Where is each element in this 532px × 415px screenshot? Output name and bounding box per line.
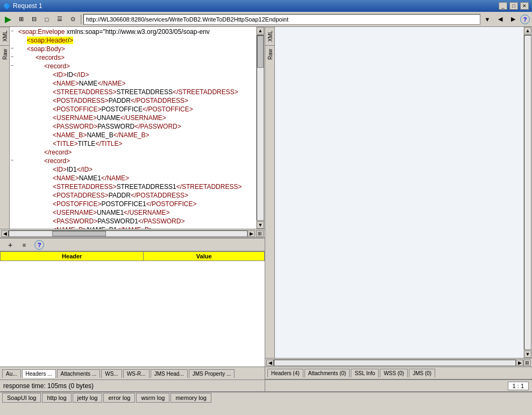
log-tab-http[interactable]: http log bbox=[42, 393, 71, 403]
right-h-track[interactable] bbox=[274, 360, 516, 366]
xml-editor-left[interactable]: −<soap:Envelope xmlns:soap="http://www.w… bbox=[10, 27, 256, 229]
right-xml-tab[interactable]: XML bbox=[265, 27, 274, 45]
left-xml-tab-strip: XML Raw bbox=[0, 27, 10, 229]
nav-forward-button[interactable]: ▶ bbox=[507, 13, 519, 25]
app-icon: 🔷 bbox=[3, 3, 11, 10]
right-horizontal-scrollbar[interactable]: ◀ ▶ ⊞ bbox=[265, 358, 532, 367]
scroll-end-button[interactable]: ⊞ bbox=[256, 230, 264, 237]
add-header-button[interactable]: + bbox=[4, 239, 16, 251]
remove-row-button[interactable]: ⊟ bbox=[28, 13, 40, 25]
xml-line: <NAME_B>NAME_B1</NAME_B> bbox=[11, 226, 255, 229]
xml-line: −<record> bbox=[11, 157, 255, 166]
tab-headers[interactable]: Headers ... bbox=[22, 369, 56, 378]
xml-text-content: <USERNAME>UNAME1</USERNAME> bbox=[53, 209, 169, 216]
xml-line: <PASSWORD>PASSWORD1</PASSWORD> bbox=[11, 217, 255, 226]
xml-line: −<record> bbox=[11, 62, 255, 71]
left-vertical-scrollbar[interactable]: ▲ ▼ bbox=[256, 27, 265, 229]
clone-button[interactable]: □ bbox=[41, 13, 53, 25]
xml-text-content: <STREETADDRESS>STREETADDRESS1</STREETADD… bbox=[53, 183, 242, 191]
right-scroll-left[interactable]: ◀ bbox=[266, 360, 274, 366]
tab-au[interactable]: Au... bbox=[2, 369, 21, 378]
bottom-panel: + ≡ ? Header Value bbox=[0, 237, 265, 367]
options-button[interactable]: ☰ bbox=[54, 13, 66, 25]
xml-text-content: <TITLE>TITLE</TITLE> bbox=[53, 140, 122, 147]
scroll-left-button[interactable]: ◀ bbox=[1, 230, 9, 237]
scroll-up-button[interactable]: ▲ bbox=[257, 27, 264, 34]
xml-line: <USERNAME>UNAME1</USERNAME> bbox=[11, 209, 255, 217]
xml-text-content: <NAME_B>NAME_B1</NAME_B> bbox=[53, 226, 153, 229]
xml-text-content: <NAME>NAME</NAME> bbox=[53, 80, 125, 87]
scroll-track[interactable] bbox=[257, 35, 264, 221]
url-dropdown[interactable]: ▼ bbox=[481, 13, 493, 25]
tab-attachments[interactable]: Attachments ... bbox=[57, 369, 101, 378]
log-tab-jetty[interactable]: jetty log bbox=[73, 393, 103, 403]
right-scroll-end[interactable]: ⊞ bbox=[523, 360, 531, 366]
right-tab-ssl[interactable]: SSL Info bbox=[351, 369, 379, 377]
raw-tab-label[interactable]: Raw bbox=[0, 45, 9, 63]
xml-line: <soap:Header/> bbox=[11, 37, 255, 45]
expand-icon[interactable]: − bbox=[11, 45, 18, 51]
value-column-header: Value bbox=[144, 252, 265, 261]
right-scroll-down[interactable]: ▼ bbox=[524, 350, 531, 358]
right-tab-jms[interactable]: JMS (0) bbox=[409, 369, 435, 377]
xml-text-content: <NAME_B>NAME_B</NAME_B> bbox=[53, 131, 149, 139]
expand-icon[interactable]: − bbox=[11, 28, 18, 34]
expand-icon[interactable]: − bbox=[11, 54, 18, 60]
headers-menu-button[interactable]: ≡ bbox=[18, 239, 30, 251]
right-panel: XML Raw ▲ ▼ ◀ ▶ ⊞ Headers (4) Attachment… bbox=[265, 27, 532, 391]
expand-icon[interactable]: − bbox=[11, 157, 18, 163]
xml-line: <POSTADDRESS>PADDR</POSTADDRESS> bbox=[11, 192, 255, 200]
log-tab-soapui[interactable]: SoapUI log bbox=[2, 393, 41, 403]
xml-text-content: <POSTOFFICE>POSTOFFICE</POSTOFFICE> bbox=[53, 105, 193, 113]
tab-jms-prop[interactable]: JMS Property ... bbox=[189, 369, 235, 378]
left-panel: XML Raw −<soap:Envelope xmlns:soap="http… bbox=[0, 27, 265, 391]
right-tab-attachments[interactable]: Attachments (0) bbox=[304, 369, 350, 377]
close-button[interactable]: ✕ bbox=[520, 2, 529, 10]
tab-wsr[interactable]: WS-R... bbox=[123, 369, 150, 378]
scroll-right-button[interactable]: ▶ bbox=[247, 230, 255, 237]
headers-help-button[interactable]: ? bbox=[34, 240, 44, 250]
xml-tab-label[interactable]: XML bbox=[0, 27, 9, 45]
minimize-button[interactable]: _ bbox=[499, 2, 507, 10]
right-scroll-up[interactable]: ▲ bbox=[524, 27, 531, 34]
nav-back-button[interactable]: ◀ bbox=[494, 13, 506, 25]
right-scroll-right[interactable]: ▶ bbox=[516, 360, 523, 366]
xml-text-content: </record> bbox=[44, 149, 72, 156]
maximize-button[interactable]: □ bbox=[509, 2, 518, 10]
h-scroll-thumb[interactable] bbox=[52, 231, 106, 236]
headers-table: Header Value bbox=[0, 251, 265, 367]
xml-line: <NAME_B>NAME_B</NAME_B> bbox=[11, 131, 255, 140]
format-button[interactable]: ⊙ bbox=[67, 13, 79, 25]
right-tab-headers[interactable]: Headers (4) bbox=[267, 369, 303, 377]
right-raw-tab[interactable]: Raw bbox=[265, 45, 274, 63]
xml-line: <POSTADDRESS>PADDR</POSTADDRESS> bbox=[11, 97, 255, 105]
xml-editor-right[interactable] bbox=[275, 27, 523, 358]
xml-line: </record> bbox=[11, 149, 255, 157]
expand-icon[interactable]: − bbox=[11, 62, 18, 68]
log-tab-error[interactable]: error log bbox=[103, 393, 135, 403]
h-scroll-track[interactable] bbox=[9, 230, 247, 237]
header-column-header: Header bbox=[1, 252, 144, 261]
run-button[interactable]: ▶ bbox=[2, 13, 14, 25]
tab-jms-head[interactable]: JMS Head... bbox=[151, 369, 188, 378]
add-row-button[interactable]: ⊞ bbox=[15, 13, 27, 25]
scroll-thumb[interactable] bbox=[257, 36, 264, 68]
right-vertical-scrollbar[interactable]: ▲ ▼ bbox=[523, 27, 532, 358]
xml-line: <USERNAME>UNAME</USERNAME> bbox=[11, 114, 255, 123]
left-horizontal-scrollbar[interactable]: ◀ ▶ ⊞ bbox=[0, 229, 265, 237]
url-input[interactable] bbox=[83, 14, 480, 25]
right-scroll-track[interactable] bbox=[524, 35, 531, 350]
xml-line: <POSTOFFICE>POSTOFFICE1</POSTOFFICE> bbox=[11, 200, 255, 209]
tab-ws[interactable]: WS... bbox=[101, 369, 122, 378]
log-tab-memory[interactable]: memory log bbox=[171, 393, 211, 403]
xml-text-content: <record> bbox=[44, 157, 70, 165]
help-button[interactable]: ? bbox=[520, 15, 530, 24]
xml-text-content: <POSTADDRESS>PADDR</POSTADDRESS> bbox=[53, 192, 188, 199]
log-tab-wsrm[interactable]: wsrm log bbox=[136, 393, 169, 403]
scroll-down-button[interactable]: ▼ bbox=[257, 221, 264, 229]
xml-line: <PASSWORD>PASSWORD</PASSWORD> bbox=[11, 123, 255, 131]
xml-line: <NAME>NAME1</NAME> bbox=[11, 174, 255, 183]
right-tab-wss[interactable]: WSS (0) bbox=[380, 369, 408, 377]
xml-line: <TITLE>TITLE</TITLE> bbox=[11, 140, 255, 149]
left-status-bar: response time: 105ms (0 bytes) bbox=[0, 379, 265, 391]
